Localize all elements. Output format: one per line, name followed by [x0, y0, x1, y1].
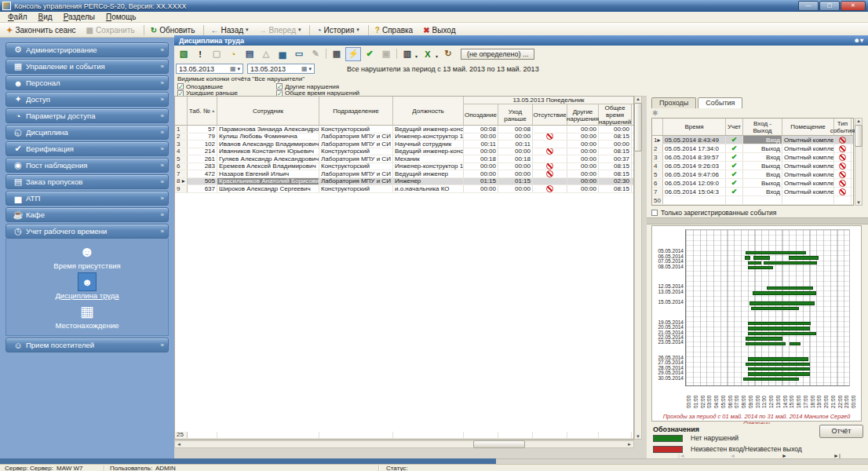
end-session-button[interactable]: ✦Закончить сеанс — [2, 25, 82, 35]
sidebar-section[interactable]: ◵Дисциплина» — [5, 125, 169, 140]
table-row[interactable]: 4214Иванников Константин ЮрьевичКонструк… — [175, 148, 633, 156]
chevron-expand-icon[interactable]: » — [161, 195, 164, 202]
event-row[interactable]: 306.05.2014 8:39:57✔ВходОпытный комплекс — [652, 153, 853, 162]
sidebar-section[interactable]: ◉Пост наблюдения» — [5, 158, 169, 173]
column-header[interactable]: Отсутствие — [533, 104, 567, 126]
tab-events[interactable]: События — [698, 97, 742, 108]
grouping-icon[interactable]: ✱ — [652, 109, 658, 117]
event-row[interactable]: 205.05.2014 17:34:0✔ВыходОпытный комплек… — [652, 144, 853, 153]
column-header[interactable]: Сотрудник — [217, 97, 319, 125]
event-row[interactable]: 706.05.2014 15:04:3✔ВходОпытный комплекс — [652, 188, 853, 196]
event-row[interactable]: 406.05.2014 9:26:03✔ВыходОпытный комплек… — [652, 162, 853, 170]
scroll-up-icon[interactable]: ▲ — [636, 97, 640, 101]
record-nav-button[interactable]: ►| — [833, 453, 841, 458]
column-header[interactable]: Вход - Выход — [743, 119, 782, 135]
calendar-icon[interactable]: ▦ — [301, 65, 308, 72]
close-button[interactable]: ✕ — [841, 1, 866, 11]
chevron-expand-icon[interactable]: » — [161, 112, 164, 119]
chevron-expand-icon[interactable]: » — [161, 79, 164, 86]
panel-options-icon[interactable]: ☻▾ — [854, 37, 863, 44]
scroll-down-icon[interactable]: ▼ — [856, 200, 861, 205]
column-checkbox[interactable]: ✓Другие нарушения — [276, 83, 359, 90]
table-horizontal-scrollbar[interactable]: ◄ ► — [174, 440, 634, 448]
sidebar-subitem[interactable]: ▦Местонахождение — [6, 302, 168, 330]
record-nav-button[interactable]: ► — [782, 453, 787, 458]
print-icon[interactable]: ▥ — [399, 47, 415, 61]
column-header[interactable]: Таб. №▲ — [188, 97, 217, 125]
table-vertical-scrollbar[interactable]: ▲ ▼ — [634, 96, 642, 440]
scroll-left-icon[interactable]: ◄ — [177, 442, 181, 447]
reload-data-icon[interactable]: ↻ — [440, 47, 456, 61]
chevron-expand-icon[interactable]: » — [161, 46, 164, 53]
table-row[interactable]: 279Кулиш Любовь ФоминичнаЛаборатория МПУ… — [175, 133, 633, 141]
chevron-expand-icon[interactable]: » — [161, 341, 164, 349]
menu-item[interactable]: Вид — [33, 13, 58, 21]
export-document-icon[interactable]: ▤ — [242, 47, 257, 61]
event-row[interactable]: 1▸05.05.2014 8:43:49✔ВходОпытный комплек… — [652, 136, 853, 144]
sidebar-subitem[interactable]: ☻Время присутствия — [6, 243, 168, 270]
dropdown-arrow-icon[interactable]: ▾ — [436, 53, 438, 59]
column-header[interactable]: Общее время нарушений — [599, 104, 632, 126]
event-row[interactable]: 606.05.2014 12:09:0✔ВыходОпытный комплек… — [652, 179, 853, 188]
table-row[interactable]: 6283Еремеев Алексей ВладимировичКонструк… — [175, 163, 633, 171]
column-header[interactable]: Помещение — [782, 119, 834, 135]
checkbox-checked[interactable]: ✓ — [177, 83, 184, 89]
sidebar-section[interactable]: ◷Учет рабочего времени» — [5, 224, 169, 239]
table-row[interactable]: 3102Иванов Александр ВладимировичЛаборат… — [175, 141, 633, 148]
minimize-button[interactable]: — — [798, 1, 819, 11]
exit-button[interactable]: ✖Выход — [419, 25, 461, 35]
checkbox-checked[interactable]: ✓ — [276, 83, 283, 89]
summary-report-icon[interactable]: ▧ — [176, 47, 191, 61]
calendar-grid-icon[interactable]: ▦ — [329, 47, 345, 61]
history-button[interactable]: ◔История▾ — [312, 25, 365, 35]
chevron-expand-icon[interactable]: » — [161, 228, 164, 235]
chevron-expand-icon[interactable]: » — [161, 178, 164, 185]
column-header[interactable]: Время — [663, 119, 726, 135]
chevron-down-icon[interactable]: ▾ — [237, 66, 240, 72]
chevron-expand-icon[interactable]: » — [161, 145, 164, 152]
sidebar-section[interactable]: ✔Верификация» — [5, 141, 169, 156]
date-from-field[interactable]: 13.05.2013 ▦ ▾ — [176, 64, 243, 74]
menu-item[interactable]: Разделы — [58, 13, 100, 21]
maximize-button[interactable]: ▢ — [819, 1, 840, 11]
sidebar-section[interactable]: ▦Управление и события» — [5, 59, 169, 74]
worktime-person-icon[interactable]: ⚡ — [345, 47, 361, 61]
tab-passages[interactable]: Проходы — [651, 97, 696, 108]
time-period-icon[interactable]: ◔ — [225, 47, 241, 61]
registered-events-filter[interactable]: Только зарегистрированные события — [651, 209, 776, 217]
event-row[interactable]: 50 — [652, 196, 853, 205]
back-button[interactable]: ←Назад▾ — [206, 25, 254, 35]
column-header[interactable]: Другие нарушения — [567, 104, 599, 126]
report-button[interactable]: Отчёт — [819, 425, 863, 438]
checkbox-unchecked[interactable] — [651, 210, 658, 216]
scroll-thumb[interactable] — [634, 103, 642, 152]
chevron-expand-icon[interactable]: » — [161, 129, 164, 136]
excel-export-icon[interactable]: X — [420, 47, 436, 61]
horizontal-splitter[interactable] — [647, 217, 868, 225]
chevron-expand-icon[interactable]: » — [161, 63, 164, 70]
menu-item[interactable]: Файл — [2, 13, 33, 21]
chart-icon[interactable]: ▅ — [275, 47, 290, 61]
table-row[interactable]: 157Парамонова Зинаида АлександровнаКонст… — [175, 126, 633, 133]
table-row[interactable]: 8 ▸505Красильников Анатолий БорисовичЛаб… — [175, 178, 633, 186]
table-row[interactable]: 25 — [175, 432, 633, 440]
column-checkbox[interactable]: ✓Опоздавшие — [177, 83, 276, 90]
chevron-expand-icon[interactable]: » — [161, 211, 164, 218]
record-nav-button[interactable]: ◄ — [730, 453, 735, 458]
table-row[interactable]: 7472Назаров Евгений ИльичЛаборатория МПУ… — [175, 170, 633, 178]
column-header[interactable]: Опоздание — [464, 104, 498, 126]
column-header[interactable]: Подразделение — [319, 97, 393, 125]
events-vertical-scrollbar[interactable]: ▲ ▼ — [855, 118, 863, 206]
scroll-down-icon[interactable]: ▼ — [636, 434, 640, 439]
scroll-thumb[interactable] — [855, 125, 863, 147]
column-header[interactable]: Тип события — [834, 119, 852, 135]
scroll-right-icon[interactable]: ► — [627, 442, 632, 447]
sidebar-section[interactable]: ✦Доступ» — [5, 92, 169, 107]
menu-item[interactable]: Помощь — [100, 13, 142, 21]
violators-icon[interactable]: ! — [192, 47, 208, 61]
scroll-thumb[interactable] — [473, 440, 525, 448]
sidebar-section[interactable]: ☕Кафе» — [5, 207, 169, 222]
table-row[interactable]: 5261Гуляев Александр АлександровичЛабора… — [175, 155, 633, 163]
badge-icon[interactable]: ▭ — [291, 47, 307, 61]
undefined-selector-button[interactable]: (не определено) ... — [461, 49, 534, 60]
